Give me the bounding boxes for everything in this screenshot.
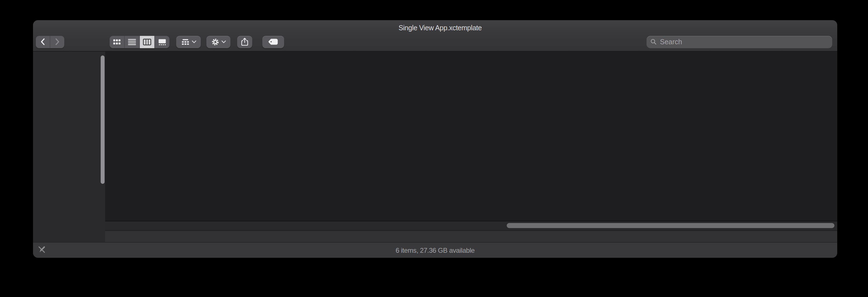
back-button[interactable] — [36, 35, 50, 48]
icon-view-icon — [113, 38, 121, 45]
forward-button[interactable] — [50, 35, 64, 48]
tag-button[interactable] — [262, 35, 284, 48]
zoom-button[interactable] — [59, 24, 65, 30]
window-title-group: Single View App.xctemplate — [389, 24, 482, 32]
search-input[interactable] — [659, 37, 828, 46]
tag-icon — [268, 38, 279, 45]
window-controls — [36, 24, 65, 30]
list-view-button[interactable] — [124, 35, 139, 48]
search-field[interactable] — [647, 35, 832, 48]
action-menu-button[interactable] — [206, 35, 230, 48]
horizontal-scroll-track[interactable] — [105, 221, 837, 230]
toolbar — [33, 34, 837, 52]
column-view — [105, 52, 837, 221]
list-view-icon — [127, 38, 136, 45]
close-button[interactable] — [36, 24, 42, 30]
gear-icon — [211, 38, 219, 46]
sidebar-scrollbar[interactable] — [100, 55, 104, 184]
folder-icon — [389, 25, 396, 31]
main-area — [33, 52, 837, 242]
chevron-right-icon — [54, 38, 60, 45]
share-icon — [241, 37, 248, 46]
horizontal-scrollbar[interactable] — [507, 223, 834, 228]
status-bar: 6 items, 27.36 GB available — [33, 242, 837, 258]
nav-buttons — [36, 35, 64, 48]
share-button[interactable] — [237, 35, 252, 48]
gallery-view-button[interactable] — [154, 35, 169, 48]
window-title: Single View App.xctemplate — [399, 24, 482, 32]
chevron-down-icon — [191, 40, 196, 44]
chevron-left-icon — [40, 38, 46, 45]
column-view-icon — [143, 38, 152, 45]
view-mode-segmented-control — [110, 35, 169, 48]
no-edit-pencil-icon — [37, 245, 46, 256]
group-by-button[interactable] — [176, 35, 201, 48]
column-view-button[interactable] — [139, 35, 154, 48]
title-bar[interactable]: Single View App.xctemplate — [33, 20, 837, 34]
group-icon — [181, 38, 189, 45]
chevron-down-icon — [221, 40, 226, 44]
finder-window: Single View App.xctemplate — [33, 20, 837, 258]
gallery-view-icon — [158, 38, 167, 45]
icon-view-button[interactable] — [110, 35, 124, 48]
status-text: 6 items, 27.36 GB available — [396, 246, 475, 254]
search-icon — [650, 39, 657, 45]
sidebar — [33, 52, 105, 242]
minimize-button[interactable] — [48, 24, 54, 30]
screen: Single View App.xctemplate — [0, 0, 868, 297]
browser-content — [105, 52, 837, 242]
